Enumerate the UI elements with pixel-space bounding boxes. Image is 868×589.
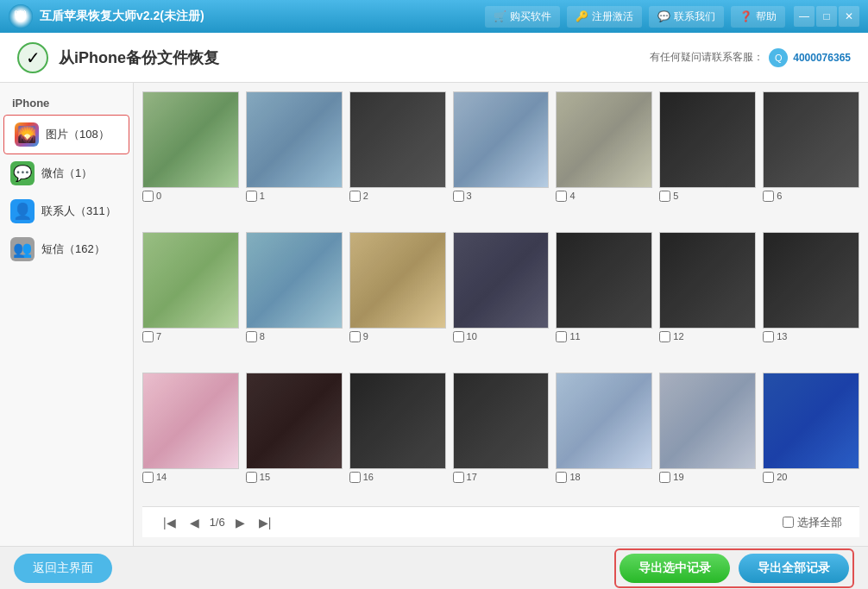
photo-checkbox-16[interactable]	[349, 472, 361, 483]
photo-index-17: 17	[467, 472, 477, 482]
photo-index-9: 9	[363, 331, 368, 341]
photo-checkbox-7[interactable]	[142, 331, 154, 342]
photo-checkbox-1[interactable]	[246, 191, 257, 202]
buy-software-button[interactable]: 🛒 购买软件	[485, 6, 560, 28]
photo-cell-2: 2	[349, 91, 446, 225]
photo-label-8: 8	[246, 331, 265, 342]
photo-checkbox-0[interactable]	[142, 191, 154, 202]
minimize-button[interactable]: —	[794, 6, 815, 27]
photo-thumbnail-8[interactable]	[246, 232, 343, 329]
photo-thumbnail-14[interactable]	[142, 373, 239, 469]
photo-checkbox-18[interactable]	[556, 472, 567, 483]
photos-icon: 🌄	[15, 122, 39, 147]
photo-thumbnail-6[interactable]	[763, 91, 859, 188]
photo-checkbox-4[interactable]	[556, 191, 567, 202]
photo-index-18: 18	[569, 472, 580, 482]
photo-overlay-18	[557, 373, 651, 468]
photo-index-16: 16	[363, 472, 374, 482]
photo-thumbnail-10[interactable]	[453, 232, 550, 329]
photo-thumbnail-3[interactable]	[453, 91, 550, 188]
photo-thumbnail-19[interactable]	[659, 373, 756, 469]
photo-index-6: 6	[777, 191, 782, 201]
back-to-home-button[interactable]: 返回主界面	[14, 554, 112, 583]
photo-thumbnail-1[interactable]	[246, 91, 343, 188]
photo-index-10: 10	[467, 331, 477, 341]
photo-index-12: 12	[673, 331, 683, 341]
photo-thumbnail-9[interactable]	[349, 232, 446, 329]
photo-checkbox-3[interactable]	[453, 191, 464, 202]
export-selected-button[interactable]: 导出选中记录	[620, 554, 730, 583]
select-all-label[interactable]: 选择全部	[783, 515, 842, 530]
sms-icon: 👥	[10, 237, 35, 261]
sidebar-item-contacts[interactable]: 👤 联系人（311）	[0, 192, 133, 230]
sidebar-item-photos[interactable]: 🌄 图片（108）	[3, 115, 129, 154]
photo-thumbnail-18[interactable]	[556, 373, 652, 469]
photo-checkbox-2[interactable]	[349, 191, 361, 202]
photo-label-10: 10	[453, 331, 477, 342]
photo-thumbnail-4[interactable]	[556, 91, 652, 188]
photo-checkbox-5[interactable]	[659, 191, 670, 202]
photo-thumbnail-17[interactable]	[453, 373, 550, 469]
next-page-button[interactable]: ▶	[232, 514, 248, 531]
photo-checkbox-11[interactable]	[556, 331, 567, 342]
photo-overlay-17	[454, 373, 549, 468]
photo-cell-20: 20	[763, 373, 859, 506]
photo-thumbnail-16[interactable]	[349, 373, 446, 469]
photo-cell-19: 19	[659, 373, 756, 506]
support-info: 有任何疑问请联系客服： Q 4000076365	[650, 48, 851, 67]
support-number: 4000076365	[793, 52, 851, 64]
photo-overlay-4	[557, 92, 651, 187]
maximize-button[interactable]: □	[816, 6, 837, 27]
photo-checkbox-13[interactable]	[763, 331, 774, 342]
select-all-checkbox[interactable]	[783, 517, 794, 528]
photo-thumbnail-11[interactable]	[556, 232, 652, 329]
contact-us-button[interactable]: 💬 联系我们	[649, 6, 724, 28]
photo-checkbox-15[interactable]	[246, 472, 257, 483]
photo-overlay-3	[454, 92, 549, 187]
sidebar-item-sms[interactable]: 👥 短信（162）	[0, 230, 133, 268]
device-label: iPhone	[0, 91, 133, 115]
app-title: 互盾苹果恢复大师v2.2(未注册)	[40, 9, 485, 24]
photo-checkbox-8[interactable]	[246, 331, 257, 342]
close-button[interactable]: ✕	[839, 6, 859, 27]
photo-thumbnail-15[interactable]	[246, 373, 343, 469]
photo-checkbox-6[interactable]	[763, 191, 774, 202]
photo-thumbnail-0[interactable]	[142, 91, 239, 188]
photo-checkbox-19[interactable]	[659, 472, 670, 483]
photo-label-2: 2	[349, 191, 368, 202]
export-all-button[interactable]: 导出全部记录	[739, 554, 849, 583]
first-page-button[interactable]: |◀	[160, 514, 179, 531]
photo-thumbnail-2[interactable]	[349, 91, 446, 188]
help-button[interactable]: ❓ 帮助	[731, 6, 785, 28]
photo-cell-3: 3	[453, 91, 550, 225]
photo-checkbox-17[interactable]	[453, 472, 464, 483]
sidebar: iPhone 🌄 图片（108） 💬 微信（1） 👤 联系人（311） 👥 短信…	[0, 83, 134, 546]
photo-index-19: 19	[673, 472, 683, 482]
photo-overlay-7	[143, 233, 238, 328]
photo-checkbox-10[interactable]	[453, 331, 464, 342]
support-text: 有任何疑问请联系客服：	[650, 50, 764, 65]
photo-cell-7: 7	[142, 232, 239, 366]
photo-thumbnail-5[interactable]	[659, 91, 756, 188]
photo-thumbnail-12[interactable]	[659, 232, 756, 329]
photo-checkbox-9[interactable]	[349, 331, 361, 342]
page-info: 1/6	[210, 516, 225, 529]
app-logo: 🛡	[9, 4, 33, 28]
photo-thumbnail-13[interactable]	[763, 232, 859, 329]
photo-thumbnail-7[interactable]	[142, 232, 239, 329]
photo-overlay-20	[764, 373, 859, 468]
photo-thumbnail-20[interactable]	[763, 373, 859, 469]
last-page-button[interactable]: ▶|	[255, 514, 275, 531]
prev-page-button[interactable]: ◀	[186, 514, 203, 531]
photo-checkbox-12[interactable]	[659, 331, 670, 342]
photo-label-20: 20	[763, 472, 787, 483]
page-title: 从iPhone备份文件恢复	[59, 47, 650, 68]
photo-checkbox-20[interactable]	[763, 472, 774, 483]
photo-cell-12: 12	[659, 232, 756, 366]
register-button[interactable]: 🔑 注册激活	[567, 6, 642, 28]
photo-label-17: 17	[453, 472, 477, 483]
photo-checkbox-14[interactable]	[142, 472, 154, 483]
sidebar-item-wechat[interactable]: 💬 微信（1）	[0, 154, 133, 192]
photo-label-16: 16	[349, 472, 374, 483]
photo-label-14: 14	[142, 472, 167, 483]
